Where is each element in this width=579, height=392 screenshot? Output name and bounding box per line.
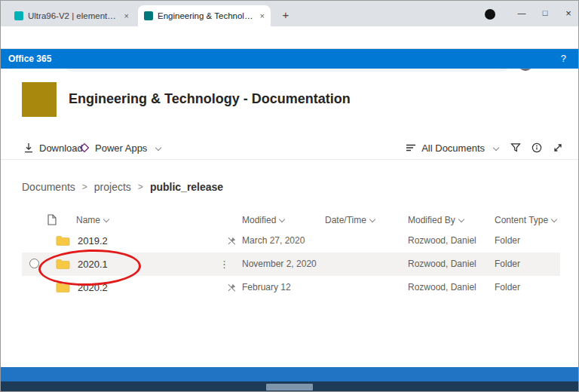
download-label: Download [39, 142, 83, 154]
tab-title: Ultra96-V2 | element14 | ZedBoa [28, 11, 120, 20]
column-header-name[interactable]: Name [76, 209, 109, 231]
tab-title: Engineering & Technology - Doc [158, 11, 256, 20]
taskbar-item [266, 384, 313, 390]
fullscreen-expand-icon[interactable] [553, 142, 563, 153]
file-type-column-icon[interactable] [47, 214, 57, 225]
chevron-down-icon [155, 145, 161, 151]
browser-extension-icon[interactable] [485, 9, 495, 20]
browser-tab-element14[interactable]: Ultra96-V2 | element14 | ZedBoa × [8, 5, 135, 26]
unpin-indicator-icon [227, 283, 237, 306]
sharepoint-favicon-icon [144, 11, 153, 20]
help-icon[interactable]: ? [561, 49, 566, 69]
divider [1, 159, 578, 160]
download-icon [23, 142, 34, 153]
footer-bar [1, 367, 578, 381]
chevron-down-icon [369, 216, 375, 222]
office365-brand[interactable]: Office 365 [8, 49, 51, 69]
view-label: All Documents [421, 142, 485, 154]
breadcrumb-documents[interactable]: Documents [22, 181, 75, 193]
chevron-down-icon [551, 216, 557, 222]
maximize-button[interactable]: □ [534, 1, 556, 26]
office365-suite-bar: Office 365 ? [1, 49, 578, 69]
new-tab-button[interactable]: + [278, 8, 293, 23]
site-logo[interactable] [22, 82, 57, 117]
breadcrumb-projects[interactable]: projects [94, 181, 131, 193]
tab-close-icon[interactable]: × [260, 11, 265, 20]
chevron-down-icon [458, 216, 464, 222]
power-apps-button[interactable]: Power Apps [79, 138, 161, 158]
breadcrumb-separator: > [138, 182, 143, 192]
modified-cell: February 12 [242, 276, 291, 299]
browser-titlebar: Ultra96-V2 | element14 | ZedBoa × Engine… [1, 1, 578, 26]
chevron-down-icon [103, 216, 109, 222]
column-header-modified[interactable]: Modified [242, 209, 284, 231]
content-type-cell: Folder [495, 229, 520, 253]
modified-by-cell: Rozwood, Daniel [408, 253, 476, 276]
folder-icon [56, 282, 70, 305]
info-icon[interactable] [532, 142, 542, 153]
browser-tab-sharepoint[interactable]: Engineering & Technology - Doc × [138, 5, 271, 26]
column-header-modified-by[interactable]: Modified By [408, 209, 464, 231]
modified-by-cell: Rozwood, Daniel [408, 229, 476, 253]
tab-close-icon[interactable]: × [124, 11, 129, 20]
breadcrumb-separator: > [82, 182, 87, 192]
breadcrumb: Documents > projects > public_release [22, 179, 223, 195]
browser-navbar: ← → ↻ avtinc.sharepoint.com/teams/ET-Dow… [1, 26, 578, 49]
content-type-cell: Folder [495, 253, 520, 276]
column-header-datetime[interactable]: Date/Time [325, 209, 375, 231]
modified-cell: November 2, 2020 [242, 253, 317, 276]
download-button[interactable]: Download [23, 138, 83, 158]
modified-by-cell: Rozwood, Daniel [408, 276, 476, 299]
close-button[interactable]: × [557, 1, 579, 26]
site-title: Engineering & Technology - Documentation [69, 91, 351, 107]
filter-icon[interactable] [510, 142, 521, 153]
view-list-icon [406, 142, 416, 153]
element14-favicon-icon [14, 11, 23, 20]
power-apps-icon [79, 142, 90, 153]
power-apps-label: Power Apps [95, 142, 147, 154]
row-select-radio[interactable] [29, 259, 39, 268]
browser-window: Ultra96-V2 | element14 | ZedBoa × Engine… [0, 0, 579, 392]
minimize-button[interactable]: — [510, 1, 533, 26]
row-actions-icon[interactable]: ⋮ [219, 253, 229, 276]
chevron-down-icon [493, 145, 499, 151]
content-type-cell: Folder [495, 276, 520, 299]
column-header-content-type[interactable]: Content Type [495, 209, 556, 231]
breadcrumb-current: public_release [150, 181, 223, 193]
view-selector-button[interactable]: All Documents [406, 138, 498, 158]
modified-cell: March 27, 2020 [242, 229, 305, 253]
chevron-down-icon [279, 216, 285, 222]
